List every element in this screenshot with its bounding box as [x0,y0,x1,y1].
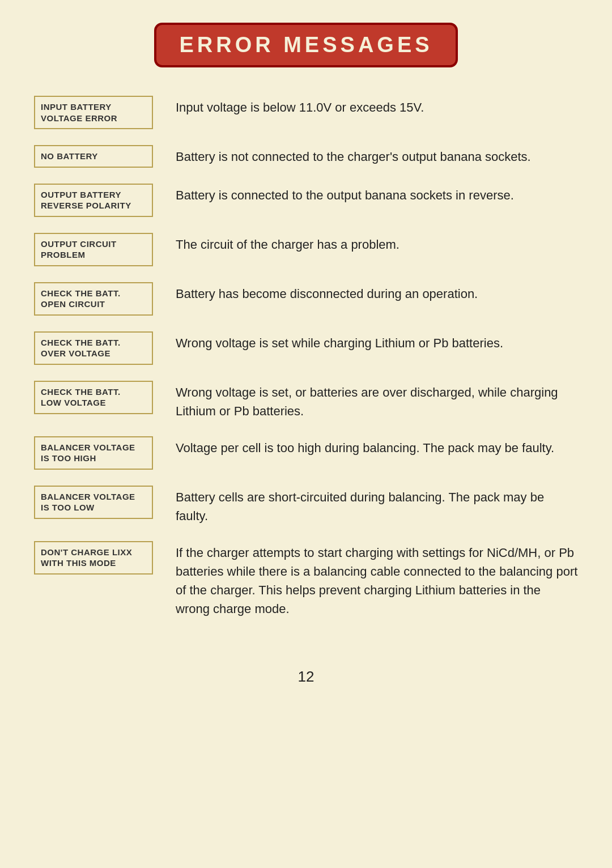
error-description: Battery is connected to the output banan… [176,184,578,205]
error-label: BALANCER VOLTAGEIS TOO LOW [34,486,153,519]
error-list: INPUT BATTERYVOLTAGE ERRORInput voltage … [34,96,578,634]
error-description: Input voltage is below 11.0V or exceeds … [176,96,578,117]
error-description: Battery cells are short-circuited during… [176,486,578,525]
error-row: CHECK THE BATT.OVER VOLTAGEWrong voltage… [34,331,578,365]
error-label: CHECK THE BATT.OVER VOLTAGE [34,331,153,365]
error-label: OUTPUT CIRCUITPROBLEM [34,233,153,266]
error-description: The circuit of the charger has a problem… [176,233,578,254]
error-row: BALANCER VOLTAGEIS TOO LOWBattery cells … [34,486,578,525]
error-description: Battery has become disconnected during a… [176,282,578,303]
error-row: NO BATTERYBattery is not connected to th… [34,145,578,168]
page-title: ERROR MESSAGES [179,33,432,57]
page-number: 12 [34,668,578,686]
error-row: OUTPUT CIRCUITPROBLEMThe circuit of the … [34,233,578,266]
error-label: CHECK THE BATT.LOW VOLTAGE [34,381,153,414]
error-label: NO BATTERY [34,145,153,168]
error-description: Voltage per cell is too high during bala… [176,436,578,457]
page-header: ERROR MESSAGES [34,23,578,67]
error-row: INPUT BATTERYVOLTAGE ERRORInput voltage … [34,96,578,129]
title-badge: ERROR MESSAGES [154,23,457,67]
error-row: CHECK THE BATT.LOW VOLTAGEWrong voltage … [34,381,578,420]
error-row: CHECK THE BATT.OPEN CIRCUITBattery has b… [34,282,578,316]
error-row: BALANCER VOLTAGEIS TOO HIGHVoltage per c… [34,436,578,470]
error-label: OUTPUT BATTERYREVERSE POLARITY [34,184,153,217]
error-description: If the charger attempts to start chargin… [176,541,578,618]
error-description: Battery is not connected to the charger'… [176,145,578,166]
error-label: BALANCER VOLTAGEIS TOO HIGH [34,436,153,470]
error-row: OUTPUT BATTERYREVERSE POLARITYBattery is… [34,184,578,217]
error-description: Wrong voltage is set while charging Lith… [176,331,578,352]
error-row: DON'T CHARGE LiXXWITH THIS MODEIf the ch… [34,541,578,618]
error-label: DON'T CHARGE LiXXWITH THIS MODE [34,541,153,575]
error-label: INPUT BATTERYVOLTAGE ERROR [34,96,153,129]
error-label: CHECK THE BATT.OPEN CIRCUIT [34,282,153,316]
error-description: Wrong voltage is set, or batteries are o… [176,381,578,420]
page: ERROR MESSAGES INPUT BATTERYVOLTAGE ERRO… [0,0,612,868]
